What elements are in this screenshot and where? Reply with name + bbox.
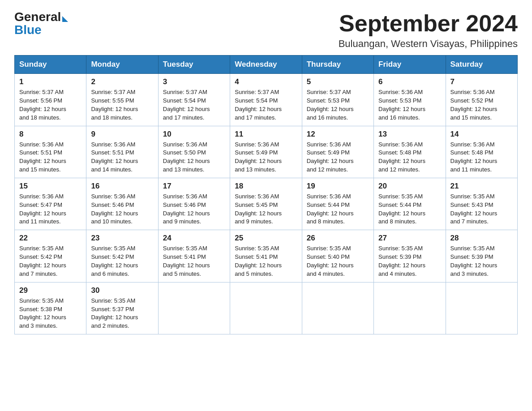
day-info: Sunrise: 5:36 AMSunset: 5:47 PMDaylight:… bbox=[19, 193, 82, 226]
day-number: 10 bbox=[163, 130, 225, 139]
calendar-day-cell: 24 Sunrise: 5:35 AMSunset: 5:41 PMDaylig… bbox=[158, 230, 230, 282]
day-number: 28 bbox=[450, 234, 513, 243]
day-number: 19 bbox=[307, 182, 369, 191]
day-info: Sunrise: 5:36 AMSunset: 5:44 PMDaylight:… bbox=[307, 193, 369, 226]
day-info: Sunrise: 5:36 AMSunset: 5:50 PMDaylight:… bbox=[163, 141, 225, 174]
calendar-day-cell: 3 Sunrise: 5:37 AMSunset: 5:54 PMDayligh… bbox=[158, 74, 230, 126]
weekday-header-monday: Monday bbox=[86, 56, 158, 74]
day-info: Sunrise: 5:35 AMSunset: 5:42 PMDaylight:… bbox=[91, 244, 153, 278]
weekday-header-wednesday: Wednesday bbox=[230, 56, 302, 74]
day-number: 21 bbox=[450, 182, 513, 191]
logo-general-text: General bbox=[14, 11, 61, 23]
day-number: 9 bbox=[91, 130, 153, 139]
day-info: Sunrise: 5:36 AMSunset: 5:46 PMDaylight:… bbox=[91, 193, 153, 226]
calendar-day-cell: 20 Sunrise: 5:35 AMSunset: 5:44 PMDaylig… bbox=[374, 178, 446, 230]
day-number: 23 bbox=[91, 234, 153, 243]
day-info: Sunrise: 5:35 AMSunset: 5:38 PMDaylight:… bbox=[19, 297, 82, 330]
calendar-day-cell: 26 Sunrise: 5:35 AMSunset: 5:40 PMDaylig… bbox=[302, 230, 373, 282]
calendar-day-cell: 1 Sunrise: 5:37 AMSunset: 5:56 PMDayligh… bbox=[15, 74, 86, 126]
day-info: Sunrise: 5:36 AMSunset: 5:52 PMDaylight:… bbox=[450, 88, 513, 122]
weekday-header-sunday: Sunday bbox=[15, 56, 86, 74]
day-number: 1 bbox=[19, 77, 82, 86]
calendar-table: SundayMondayTuesdayWednesdayThursdayFrid… bbox=[14, 55, 518, 334]
weekday-header-thursday: Thursday bbox=[302, 56, 373, 74]
calendar-day-cell: 28 Sunrise: 5:35 AMSunset: 5:39 PMDaylig… bbox=[446, 230, 517, 282]
title-block: September 2024 Buluangan, Western Visaya… bbox=[339, 11, 518, 50]
calendar-day-cell: 18 Sunrise: 5:36 AMSunset: 5:45 PMDaylig… bbox=[230, 178, 302, 230]
day-number: 6 bbox=[378, 77, 441, 86]
calendar-day-cell: 11 Sunrise: 5:36 AMSunset: 5:49 PMDaylig… bbox=[230, 126, 302, 178]
calendar-day-cell: 22 Sunrise: 5:35 AMSunset: 5:42 PMDaylig… bbox=[15, 230, 86, 282]
day-number: 20 bbox=[378, 182, 441, 191]
day-info: Sunrise: 5:35 AMSunset: 5:43 PMDaylight:… bbox=[450, 193, 513, 226]
day-info: Sunrise: 5:35 AMSunset: 5:41 PMDaylight:… bbox=[163, 244, 225, 278]
weekday-header-tuesday: Tuesday bbox=[158, 56, 230, 74]
logo: General Blue bbox=[14, 11, 68, 37]
day-info: Sunrise: 5:36 AMSunset: 5:48 PMDaylight:… bbox=[378, 141, 441, 174]
calendar-day-cell: 5 Sunrise: 5:37 AMSunset: 5:53 PMDayligh… bbox=[302, 74, 373, 126]
calendar-week-row: 22 Sunrise: 5:35 AMSunset: 5:42 PMDaylig… bbox=[15, 230, 518, 282]
day-number: 29 bbox=[19, 286, 82, 295]
day-info: Sunrise: 5:35 AMSunset: 5:44 PMDaylight:… bbox=[378, 193, 441, 226]
day-number: 2 bbox=[91, 77, 153, 86]
day-number: 26 bbox=[307, 234, 369, 243]
day-number: 18 bbox=[235, 182, 297, 191]
day-info: Sunrise: 5:37 AMSunset: 5:54 PMDaylight:… bbox=[163, 88, 225, 122]
day-info: Sunrise: 5:35 AMSunset: 5:37 PMDaylight:… bbox=[91, 297, 153, 330]
calendar-day-cell: 16 Sunrise: 5:36 AMSunset: 5:46 PMDaylig… bbox=[86, 178, 158, 230]
day-number: 4 bbox=[235, 77, 297, 86]
day-info: Sunrise: 5:37 AMSunset: 5:53 PMDaylight:… bbox=[307, 88, 369, 122]
day-number: 14 bbox=[450, 130, 513, 139]
day-info: Sunrise: 5:36 AMSunset: 5:45 PMDaylight:… bbox=[235, 193, 297, 226]
calendar-day-cell: 30 Sunrise: 5:35 AMSunset: 5:37 PMDaylig… bbox=[86, 282, 158, 334]
day-number: 15 bbox=[19, 182, 82, 191]
calendar-day-cell: 6 Sunrise: 5:36 AMSunset: 5:53 PMDayligh… bbox=[374, 74, 446, 126]
day-number: 27 bbox=[378, 234, 441, 243]
calendar-day-cell: 27 Sunrise: 5:35 AMSunset: 5:39 PMDaylig… bbox=[374, 230, 446, 282]
day-info: Sunrise: 5:35 AMSunset: 5:42 PMDaylight:… bbox=[19, 244, 82, 278]
calendar-day-cell bbox=[158, 282, 230, 334]
calendar-day-cell: 13 Sunrise: 5:36 AMSunset: 5:48 PMDaylig… bbox=[374, 126, 446, 178]
day-number: 17 bbox=[163, 182, 225, 191]
day-info: Sunrise: 5:36 AMSunset: 5:53 PMDaylight:… bbox=[378, 88, 441, 122]
calendar-week-row: 15 Sunrise: 5:36 AMSunset: 5:47 PMDaylig… bbox=[15, 178, 518, 230]
calendar-day-cell: 19 Sunrise: 5:36 AMSunset: 5:44 PMDaylig… bbox=[302, 178, 373, 230]
calendar-day-cell: 23 Sunrise: 5:35 AMSunset: 5:42 PMDaylig… bbox=[86, 230, 158, 282]
page-title: September 2024 bbox=[339, 11, 518, 36]
calendar-day-cell: 12 Sunrise: 5:36 AMSunset: 5:49 PMDaylig… bbox=[302, 126, 373, 178]
day-info: Sunrise: 5:36 AMSunset: 5:49 PMDaylight:… bbox=[307, 141, 369, 174]
page-subtitle: Buluangan, Western Visayas, Philippines bbox=[339, 38, 518, 50]
day-info: Sunrise: 5:36 AMSunset: 5:49 PMDaylight:… bbox=[235, 141, 297, 174]
day-number: 16 bbox=[91, 182, 153, 191]
day-info: Sunrise: 5:35 AMSunset: 5:39 PMDaylight:… bbox=[378, 244, 441, 278]
calendar-day-cell: 17 Sunrise: 5:36 AMSunset: 5:46 PMDaylig… bbox=[158, 178, 230, 230]
day-number: 7 bbox=[450, 77, 513, 86]
calendar-day-cell bbox=[302, 282, 373, 334]
calendar-week-row: 1 Sunrise: 5:37 AMSunset: 5:56 PMDayligh… bbox=[15, 74, 518, 126]
calendar-week-row: 8 Sunrise: 5:36 AMSunset: 5:51 PMDayligh… bbox=[15, 126, 518, 178]
calendar-day-cell: 10 Sunrise: 5:36 AMSunset: 5:50 PMDaylig… bbox=[158, 126, 230, 178]
calendar-day-cell: 25 Sunrise: 5:35 AMSunset: 5:41 PMDaylig… bbox=[230, 230, 302, 282]
calendar-day-cell: 15 Sunrise: 5:36 AMSunset: 5:47 PMDaylig… bbox=[15, 178, 86, 230]
logo-triangle-icon bbox=[62, 16, 68, 22]
calendar-day-cell bbox=[230, 282, 302, 334]
calendar-day-cell: 2 Sunrise: 5:37 AMSunset: 5:55 PMDayligh… bbox=[86, 74, 158, 126]
calendar-day-cell: 21 Sunrise: 5:35 AMSunset: 5:43 PMDaylig… bbox=[446, 178, 517, 230]
day-info: Sunrise: 5:37 AMSunset: 5:56 PMDaylight:… bbox=[19, 88, 82, 122]
day-info: Sunrise: 5:36 AMSunset: 5:51 PMDaylight:… bbox=[91, 141, 153, 174]
calendar-day-cell: 14 Sunrise: 5:36 AMSunset: 5:48 PMDaylig… bbox=[446, 126, 517, 178]
day-info: Sunrise: 5:35 AMSunset: 5:41 PMDaylight:… bbox=[235, 244, 297, 278]
weekday-header-saturday: Saturday bbox=[446, 56, 517, 74]
day-info: Sunrise: 5:35 AMSunset: 5:39 PMDaylight:… bbox=[450, 244, 513, 278]
day-info: Sunrise: 5:35 AMSunset: 5:40 PMDaylight:… bbox=[307, 244, 369, 278]
page-header: General Blue September 2024 Buluangan, W… bbox=[14, 11, 518, 50]
weekday-header-row: SundayMondayTuesdayWednesdayThursdayFrid… bbox=[15, 56, 518, 74]
calendar-day-cell: 4 Sunrise: 5:37 AMSunset: 5:54 PMDayligh… bbox=[230, 74, 302, 126]
day-number: 3 bbox=[163, 77, 225, 86]
day-number: 13 bbox=[378, 130, 441, 139]
calendar-day-cell: 29 Sunrise: 5:35 AMSunset: 5:38 PMDaylig… bbox=[15, 282, 86, 334]
day-info: Sunrise: 5:36 AMSunset: 5:51 PMDaylight:… bbox=[19, 141, 82, 174]
calendar-day-cell: 7 Sunrise: 5:36 AMSunset: 5:52 PMDayligh… bbox=[446, 74, 517, 126]
day-info: Sunrise: 5:37 AMSunset: 5:55 PMDaylight:… bbox=[91, 88, 153, 122]
calendar-day-cell: 8 Sunrise: 5:36 AMSunset: 5:51 PMDayligh… bbox=[15, 126, 86, 178]
